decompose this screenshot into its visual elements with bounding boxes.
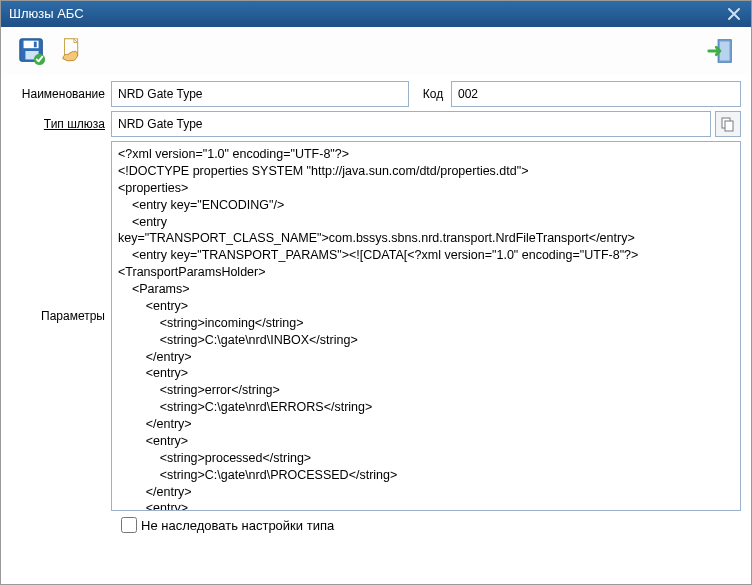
code-input[interactable] xyxy=(451,81,741,107)
params-textarea[interactable] xyxy=(112,142,740,510)
row-params: Параметры xyxy=(11,141,741,511)
row-inherit: Не наследовать настройки типа xyxy=(11,517,741,533)
label-name: Наименование xyxy=(11,87,111,101)
label-code: Код xyxy=(415,87,451,101)
close-icon[interactable] xyxy=(725,5,743,23)
row-gateway-type: Тип шлюза xyxy=(11,111,741,137)
label-params: Параметры xyxy=(11,141,111,323)
inherit-label[interactable]: Не наследовать настройки типа xyxy=(141,518,334,533)
name-input[interactable] xyxy=(111,81,409,107)
exit-icon[interactable] xyxy=(705,36,735,66)
save-icon[interactable] xyxy=(17,36,47,66)
params-box xyxy=(111,141,741,511)
row-name-code: Наименование Код xyxy=(11,81,741,107)
svg-rect-9 xyxy=(725,121,733,131)
copy-icon[interactable] xyxy=(715,111,741,137)
titlebar: Шлюзы АБС xyxy=(1,1,751,27)
toolbar xyxy=(1,27,751,75)
gateway-type-input[interactable] xyxy=(111,111,711,137)
hand-document-icon[interactable] xyxy=(57,36,87,66)
label-gateway-type[interactable]: Тип шлюза xyxy=(11,117,111,131)
svg-rect-3 xyxy=(34,42,37,48)
inherit-checkbox[interactable] xyxy=(121,517,137,533)
window-title: Шлюзы АБС xyxy=(9,1,84,27)
